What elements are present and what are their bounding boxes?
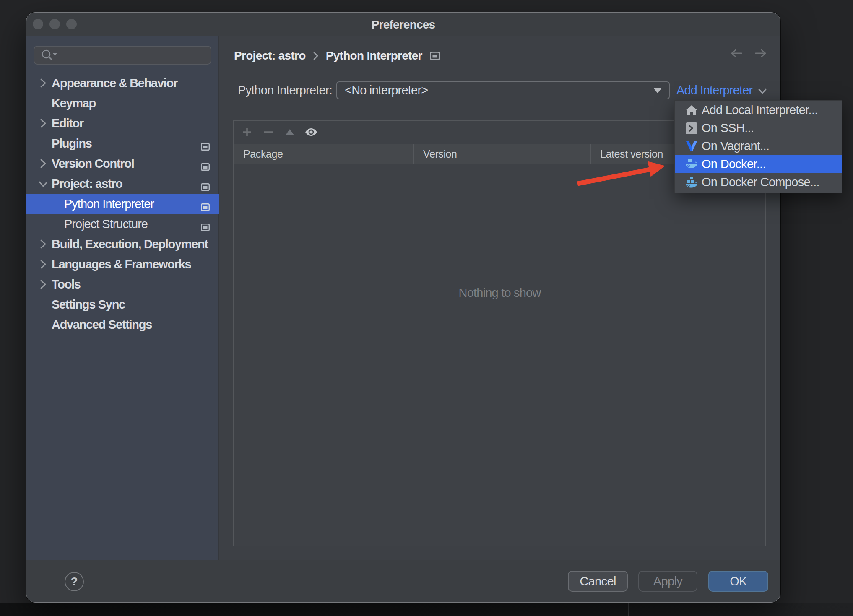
home-icon [684, 101, 699, 120]
sidebar-item-plugins[interactable]: Plugins [26, 133, 219, 153]
show-early-releases-button[interactable] [300, 121, 322, 143]
minus-icon [263, 127, 273, 137]
sidebar-item-appearance-behavior[interactable]: Appearance & Behavior [26, 73, 219, 93]
chevron-right-icon[interactable] [37, 113, 49, 133]
chevron-down-icon [757, 88, 767, 95]
desktop-background: Preferences Appearance & Behavior [0, 0, 853, 616]
search-icon [40, 49, 58, 62]
cancel-button[interactable]: Cancel [568, 571, 628, 592]
history-navigation [730, 48, 767, 58]
external-window-icon [201, 140, 210, 153]
add-package-button[interactable] [236, 121, 257, 143]
sidebar-item-version-control[interactable]: Version Control [26, 153, 219, 174]
back-button[interactable] [730, 48, 743, 58]
menu-item-add-local-interpreter[interactable]: Add Local Interpreter... [675, 101, 842, 119]
menu-item-on-vagrant[interactable]: On Vagrant... [675, 137, 842, 155]
vagrant-icon [684, 137, 699, 156]
eye-icon [305, 127, 317, 137]
chevron-right-icon[interactable] [37, 153, 49, 174]
search-input[interactable] [62, 49, 205, 62]
help-button[interactable]: ? [65, 572, 84, 591]
chevron-down-icon[interactable] [37, 174, 49, 194]
external-window-icon [201, 220, 210, 234]
ok-button[interactable]: OK [708, 571, 768, 592]
external-window-icon [201, 160, 210, 174]
plus-icon [242, 127, 252, 137]
window-title: Preferences [26, 13, 780, 36]
breadcrumb-project[interactable]: Project: astro [234, 49, 306, 62]
forward-button[interactable] [754, 48, 767, 58]
external-window-icon [430, 52, 440, 60]
interpreter-select[interactable]: <No interpreter> [336, 81, 670, 99]
add-interpreter-link[interactable]: Add Interpreter [676, 81, 767, 99]
sidebar-item-project-astro[interactable]: Project: astro [26, 174, 219, 194]
sidebar-item-advanced-settings[interactable]: Advanced Settings [26, 314, 219, 335]
background-divider-line [628, 603, 629, 616]
apply-button[interactable]: Apply [638, 571, 697, 592]
breadcrumb-page[interactable]: Python Interpreter [326, 49, 422, 62]
packages-table-body: Nothing to show [234, 165, 765, 546]
sidebar-item-editor[interactable]: Editor [26, 113, 219, 133]
menu-item-on-docker[interactable]: On Docker... [675, 155, 842, 173]
upgrade-package-button[interactable] [279, 121, 300, 143]
breadcrumb: Project: astro Python Interpreter [234, 46, 440, 66]
menu-item-on-docker-compose[interactable]: On Docker Compose... [675, 173, 842, 191]
remove-package-button[interactable] [257, 121, 279, 143]
docker-compose-icon [684, 173, 699, 192]
background-app-strip [0, 603, 853, 616]
column-header-package[interactable]: Package [234, 144, 414, 164]
interpreter-label: Python Interpreter: [238, 81, 332, 99]
sidebar-item-keymap[interactable]: Keymap [26, 93, 219, 113]
empty-table-message: Nothing to show [459, 286, 541, 300]
breadcrumb-separator-icon [312, 50, 319, 61]
sidebar-item-build-execution-deployment[interactable]: Build, Execution, Deployment [26, 234, 219, 254]
external-window-icon [201, 180, 210, 194]
ssh-icon [684, 119, 699, 138]
column-header-version[interactable]: Version [414, 144, 591, 164]
external-window-icon [201, 200, 210, 214]
interpreter-row: Python Interpreter: <No interpreter> Add… [219, 81, 780, 99]
chevron-right-icon[interactable] [37, 73, 49, 93]
sidebar-item-project-structure[interactable]: Project Structure [26, 214, 219, 234]
dialog-footer: ? Cancel Apply OK [26, 560, 780, 603]
sidebar-item-languages-frameworks[interactable]: Languages & Frameworks [26, 254, 219, 274]
chevron-right-icon[interactable] [37, 254, 49, 274]
search-field[interactable] [34, 46, 211, 65]
chevron-right-icon[interactable] [37, 234, 49, 254]
add-interpreter-menu: Add Local Interpreter... On SSH... On Va… [674, 100, 842, 193]
interpreter-value: <No interpreter> [345, 83, 428, 97]
help-icon: ? [70, 575, 78, 588]
chevron-right-icon[interactable] [37, 274, 49, 294]
titlebar: Preferences [26, 13, 780, 36]
sidebar-item-python-interpreter[interactable]: Python Interpreter [26, 194, 219, 214]
sidebar-item-tools[interactable]: Tools [26, 274, 219, 294]
settings-sidebar: Appearance & Behavior Keymap Editor Plug… [26, 36, 219, 560]
combo-caret-icon [653, 88, 662, 94]
triangle-up-icon [285, 127, 295, 137]
docker-icon [684, 155, 699, 174]
sidebar-item-settings-sync[interactable]: Settings Sync [26, 294, 219, 314]
menu-item-on-ssh[interactable]: On SSH... [675, 119, 842, 137]
preferences-window: Preferences Appearance & Behavior [26, 12, 780, 603]
